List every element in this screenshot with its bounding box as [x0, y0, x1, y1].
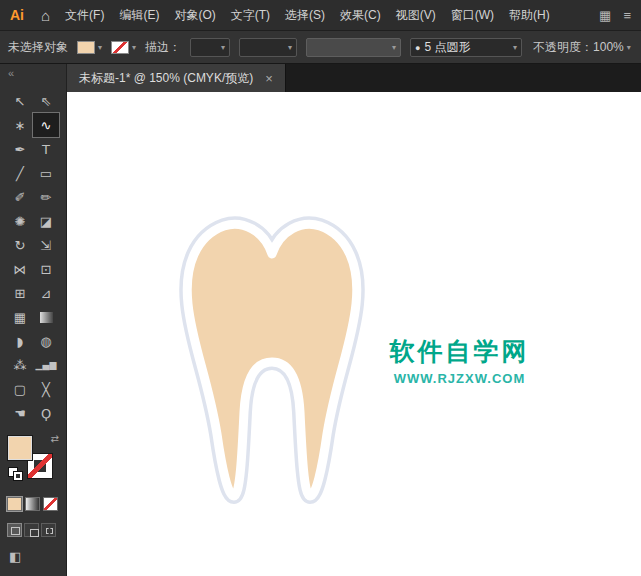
eyedropper-tool[interactable]: ◗: [7, 329, 33, 353]
scale-icon: ⇲: [41, 239, 52, 252]
workspace-menu-icon[interactable]: ≡: [623, 8, 631, 23]
illustrator-logo: Ai: [10, 7, 26, 23]
menu-item-file[interactable]: 文件(F): [65, 7, 104, 24]
mesh-tool[interactable]: ▦: [7, 305, 33, 329]
document-tab-bar: 未标题-1* @ 150% (CMYK/预览) ×: [67, 64, 641, 92]
menu-item-window[interactable]: 窗口(W): [451, 7, 494, 24]
stroke-none-swatch-icon: [111, 41, 129, 54]
menu-item-object[interactable]: 对象(O): [174, 7, 215, 24]
tools-grid: ↖ ⇖ ∗ ∿ ✒ T ╱ ▭ ✐ ✏ ✺ ◪ ↻ ⇲ ⋈ ⊡ ⊞ ⊿ ▦ ◗ …: [0, 89, 66, 425]
watermark-title: 软件自学网: [367, 335, 552, 368]
draw-behind-button[interactable]: [24, 523, 39, 537]
chevron-down-icon: ▾: [98, 43, 102, 52]
stroke-color-control[interactable]: ▾: [111, 41, 136, 54]
artboard-canvas[interactable]: 软件自学网 WWW.RJZXW.COM: [67, 92, 641, 576]
pen-icon: ✒: [15, 143, 26, 156]
slice-tool[interactable]: ╳: [33, 377, 59, 401]
paintbrush-tool[interactable]: ✐: [7, 185, 33, 209]
rotate-tool[interactable]: ↻: [7, 233, 33, 257]
hand-icon: ☚: [14, 407, 26, 420]
draw-inside-button[interactable]: [41, 523, 56, 537]
selection-arrow-icon: ↖: [15, 95, 26, 108]
menu-item-view[interactable]: 视图(V): [396, 7, 436, 24]
type-tool[interactable]: T: [33, 137, 59, 161]
gradient-tool[interactable]: [33, 305, 59, 329]
menubar-right-icons: ▦ ≡: [599, 8, 631, 23]
free-transform-tool[interactable]: ⊡: [33, 257, 59, 281]
menu-item-help[interactable]: 帮助(H): [509, 7, 550, 24]
brush-definition-value: ●5 点圆形: [415, 39, 470, 56]
pen-tool[interactable]: ✒: [7, 137, 33, 161]
symbol-sprayer-icon: ⁂: [14, 359, 27, 372]
eraser-tool[interactable]: ◪: [33, 209, 59, 233]
menu-bar: Ai ⌂ 文件(F) 编辑(E) 对象(O) 文字(T) 选择(S) 效果(C)…: [0, 0, 641, 30]
perspective-grid-tool[interactable]: ⊿: [33, 281, 59, 305]
magic-wand-icon: ∗: [15, 119, 26, 132]
document-tab-title: 未标题-1* @ 150% (CMYK/预览): [79, 70, 253, 87]
hand-tool[interactable]: ☚: [7, 401, 33, 425]
column-graph-tool[interactable]: ▁▄▆: [33, 353, 59, 377]
menu-item-edit[interactable]: 编辑(E): [119, 7, 159, 24]
lasso-icon: ∿: [41, 119, 52, 132]
width-icon: ⋈: [14, 263, 27, 276]
pencil-icon: ✏: [41, 191, 52, 204]
shape-builder-icon: ⊞: [15, 287, 26, 300]
artboard-tool[interactable]: ▢: [7, 377, 33, 401]
fill-color-control[interactable]: ▾: [77, 41, 102, 54]
main-area: « ↖ ⇖ ∗ ∿ ✒ T ╱ ▭ ✐ ✏ ✺ ◪ ↻ ⇲ ⋈ ⊡ ⊞ ⊿ ▦ …: [0, 64, 641, 576]
watermark: 软件自学网 WWW.RJZXW.COM: [367, 335, 552, 386]
blend-tool[interactable]: ◍: [33, 329, 59, 353]
width-tool[interactable]: ⋈: [7, 257, 33, 281]
none-button[interactable]: [43, 497, 58, 511]
menu-item-type[interactable]: 文字(T): [231, 7, 270, 24]
brush-definition-select[interactable]: ●5 点圆形 ▾: [410, 38, 522, 57]
zoom-icon: Ϙ: [41, 407, 51, 420]
style-select-disabled: ▾: [306, 38, 401, 57]
direct-selection-tool[interactable]: ⇖: [33, 89, 59, 113]
draw-normal-button[interactable]: [7, 523, 22, 537]
default-fill-stroke-icon[interactable]: [8, 467, 24, 481]
line-segment-tool[interactable]: ╱: [7, 161, 33, 185]
control-bar: 未选择对象 ▾ ▾ 描边： ▾ ▾ ▾ ●5 点圆形 ▾ 不透明度： 100% …: [0, 30, 641, 64]
home-icon[interactable]: ⌂: [41, 7, 50, 24]
swap-fill-stroke-icon[interactable]: ⇄: [51, 433, 59, 444]
screen-mode-button[interactable]: ◧: [9, 549, 27, 565]
eraser-icon: ◪: [40, 215, 52, 228]
document-tab[interactable]: 未标题-1* @ 150% (CMYK/预览) ×: [67, 64, 286, 92]
lasso-tool[interactable]: ∿: [33, 113, 59, 137]
draw-mode-buttons: [7, 523, 66, 537]
magic-wand-tool[interactable]: ∗: [7, 113, 33, 137]
perspective-grid-icon: ⊿: [41, 287, 52, 300]
fill-swatch[interactable]: [8, 436, 32, 460]
stroke-weight-select[interactable]: ▾: [190, 38, 230, 57]
symbol-sprayer-tool[interactable]: ⁂: [7, 353, 33, 377]
pencil-tool[interactable]: ✏: [33, 185, 59, 209]
blob-brush-icon: ✺: [15, 215, 26, 228]
tooth-artwork[interactable]: [172, 214, 372, 514]
opacity-control[interactable]: 不透明度： 100% ▾: [533, 39, 631, 56]
paint-mode-buttons: [7, 497, 66, 511]
menu-item-effect[interactable]: 效果(C): [340, 7, 381, 24]
close-icon[interactable]: ×: [265, 71, 273, 86]
rectangle-tool[interactable]: ▭: [33, 161, 59, 185]
zoom-tool[interactable]: Ϙ: [33, 401, 59, 425]
color-button[interactable]: [7, 497, 22, 511]
direct-selection-arrow-icon: ⇖: [41, 95, 52, 108]
column-graph-icon: ▁▄▆: [36, 361, 57, 370]
brush-name: 5 点圆形: [424, 40, 470, 54]
blob-brush-tool[interactable]: ✺: [7, 209, 33, 233]
menu-item-select[interactable]: 选择(S): [285, 7, 325, 24]
scale-tool[interactable]: ⇲: [33, 233, 59, 257]
blend-icon: ◍: [40, 335, 51, 348]
chevron-down-icon: ▾: [627, 43, 631, 52]
selection-tool[interactable]: ↖: [7, 89, 33, 113]
collapse-panel-icon[interactable]: «: [0, 64, 66, 85]
opacity-label: 不透明度：: [533, 39, 593, 56]
chevron-down-icon: ▾: [221, 43, 225, 52]
shape-builder-tool[interactable]: ⊞: [7, 281, 33, 305]
arrange-documents-icon[interactable]: ▦: [599, 8, 611, 23]
width-profile-select[interactable]: ▾: [239, 38, 297, 57]
gradient-button[interactable]: [25, 497, 40, 511]
selection-status: 未选择对象: [8, 39, 68, 56]
line-segment-icon: ╱: [16, 167, 24, 180]
